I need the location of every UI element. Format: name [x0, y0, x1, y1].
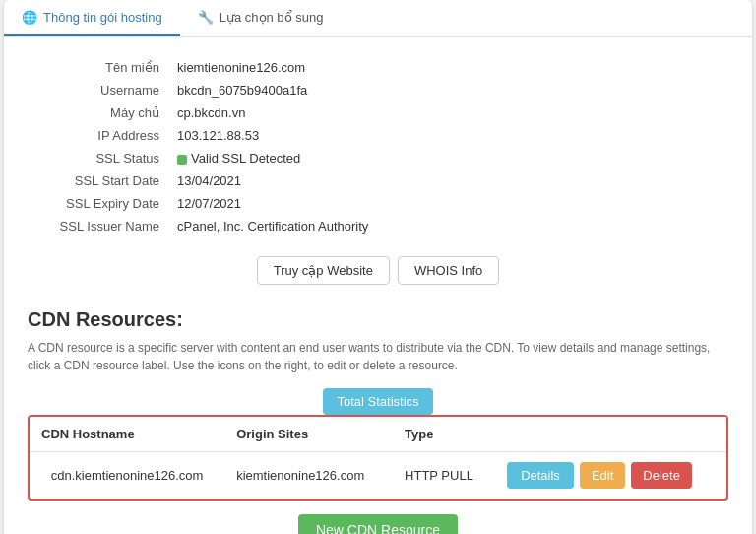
- main-container: 🌐 Thông tin gói hosting 🔧 Lựa chọn bổ su…: [4, 0, 752, 534]
- cdn-type-cell: HTTP PULL: [393, 452, 495, 500]
- cdn-table-row: cdn.kiemtienonine126.comkiemtienonine126…: [30, 452, 726, 500]
- info-value: kiemtienonine126.com: [169, 57, 726, 78]
- tab-additional-choice[interactable]: 🔧 Lựa chọn bổ sung: [180, 0, 342, 36]
- action-buttons-row: Truy cập Website WHOIS Info: [28, 256, 728, 285]
- info-value: cPanel, Inc. Certification Authority: [169, 216, 726, 236]
- cdn-table-header-row: CDN Hostname Origin Sites Type: [30, 417, 726, 452]
- cdn-actions-cell: DetailsEditDelete: [495, 452, 726, 500]
- info-row: IP Address103.121.88.53: [30, 125, 726, 146]
- main-content: Tên miềnkiemtienonine126.comUsernamebkcd…: [4, 37, 752, 534]
- new-cdn-row: New CDN Resource: [28, 514, 728, 534]
- tab-additional-choice-label: Lựa chọn bổ sung: [220, 10, 324, 25]
- tab-bar: 🌐 Thông tin gói hosting 🔧 Lựa chọn bổ su…: [4, 0, 752, 37]
- info-row: SSL Expiry Date12/07/2021: [30, 193, 726, 214]
- cdn-origin-cell: kiemtienonine126.com: [224, 452, 393, 500]
- cdn-section: CDN Resources: A CDN resource is a speci…: [28, 308, 728, 534]
- whois-info-button[interactable]: WHOIS Info: [398, 256, 499, 285]
- new-cdn-resource-button[interactable]: New CDN Resource: [298, 514, 458, 534]
- details-button[interactable]: Details: [507, 462, 574, 489]
- info-value: bkcdn_6075b9400a1fa: [169, 80, 726, 100]
- info-value: Valid SSL Detected: [169, 148, 726, 168]
- info-row: Máy chủcp.bkcdn.vn: [30, 102, 726, 123]
- cdn-table-wrapper: CDN Hostname Origin Sites Type cdn.kiemt…: [28, 415, 728, 501]
- col-cdn-hostname: CDN Hostname: [30, 417, 224, 452]
- cdn-title: CDN Resources:: [28, 308, 728, 331]
- edit-button[interactable]: Edit: [580, 462, 625, 489]
- info-row: SSL Start Date13/04/2021: [30, 170, 726, 191]
- info-label: SSL Issuer Name: [30, 216, 167, 236]
- stats-row: Total Statistics: [28, 388, 728, 415]
- info-label: SSL Status: [30, 148, 167, 168]
- tab-hosting-info[interactable]: 🌐 Thông tin gói hosting: [4, 0, 180, 36]
- info-row: Tên miềnkiemtienonine126.com: [30, 57, 726, 78]
- total-statistics-button[interactable]: Total Statistics: [323, 388, 432, 415]
- info-label: Username: [30, 80, 167, 100]
- info-row: SSL Issuer NamecPanel, Inc. Certificatio…: [30, 216, 726, 236]
- cdn-table: CDN Hostname Origin Sites Type cdn.kiemt…: [30, 417, 726, 499]
- info-value: 13/04/2021: [169, 170, 726, 191]
- info-label: SSL Start Date: [30, 170, 167, 191]
- info-row: Usernamebkcdn_6075b9400a1fa: [30, 80, 726, 100]
- info-label: Máy chủ: [30, 102, 167, 123]
- info-value: 12/07/2021: [169, 193, 726, 214]
- info-value: 103.121.88.53: [169, 125, 726, 146]
- delete-button[interactable]: Delete: [631, 462, 692, 489]
- cdn-action-buttons: DetailsEditDelete: [507, 462, 715, 489]
- info-label: Tên miền: [30, 57, 167, 78]
- ssl-green-icon: [177, 155, 187, 165]
- cdn-description: A CDN resource is a specific server with…: [28, 339, 728, 374]
- info-value: cp.bkcdn.vn: [169, 102, 726, 123]
- info-label: SSL Expiry Date: [30, 193, 167, 214]
- globe-icon: 🌐: [22, 10, 37, 25]
- visit-website-button[interactable]: Truy cập Website: [257, 256, 390, 285]
- col-origin-sites: Origin Sites: [224, 417, 393, 452]
- tab-hosting-info-label: Thông tin gói hosting: [43, 10, 162, 25]
- col-type: Type: [393, 417, 495, 452]
- info-row: SSL StatusValid SSL Detected: [30, 148, 726, 168]
- col-actions: [495, 417, 726, 452]
- cdn-hostname-cell: cdn.kiemtienonine126.com: [30, 452, 224, 500]
- info-label: IP Address: [30, 125, 167, 146]
- hosting-info-table: Tên miềnkiemtienonine126.comUsernamebkcd…: [28, 55, 728, 238]
- tools-icon: 🔧: [198, 10, 214, 25]
